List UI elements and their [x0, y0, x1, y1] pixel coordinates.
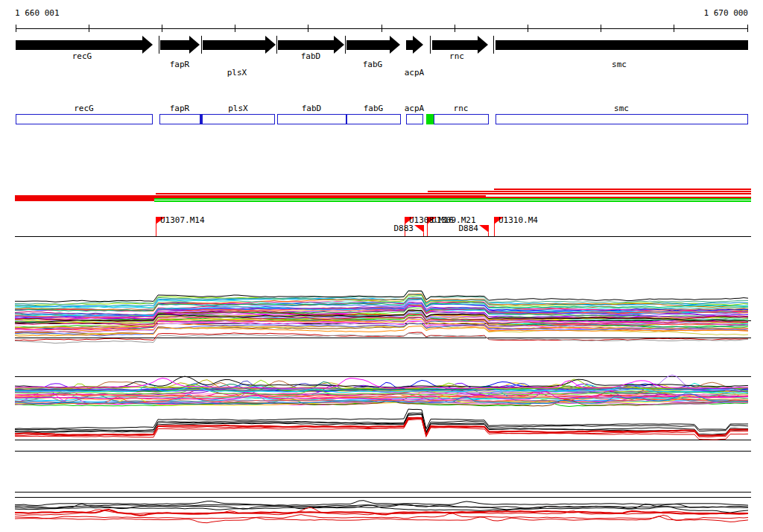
up-flag-label-U1307.M14[interactable]: U1307.M14	[160, 216, 205, 225]
gene-arrow-label-smc[interactable]: smc	[612, 60, 627, 69]
gene-arrow-label-plsX[interactable]: plsX	[227, 69, 247, 77]
gene-arrow-label-fapR[interactable]: fapR	[170, 60, 190, 69]
panel-boundary-lines	[15, 237, 751, 498]
transcript-segment-track	[15, 189, 751, 201]
gene-box-rnc[interactable]	[434, 115, 489, 124]
gene-box-fabD[interactable]	[278, 115, 346, 124]
box-marker-0	[200, 114, 203, 124]
gene-box-plsX[interactable]	[203, 115, 275, 124]
down-flag-label-D884[interactable]: D884	[459, 224, 479, 233]
bottom-panel	[15, 501, 748, 523]
gene-arrow-label-rnc[interactable]: rnc	[449, 52, 464, 61]
gene-arrow-fapR[interactable]	[160, 36, 200, 54]
gene-box-label-rnc[interactable]: rnc	[454, 104, 469, 113]
ruler	[16, 25, 748, 32]
gene-arrow-label-recG[interactable]: recG	[72, 52, 92, 61]
gene-box-acpA[interactable]	[407, 115, 423, 124]
gene-box-label-plsX[interactable]: plsX	[228, 104, 248, 113]
up-flag-label-U1310.M4[interactable]: U1310.M4	[498, 216, 538, 225]
gene-box-label-smc[interactable]: smc	[614, 104, 629, 113]
gene-arrow-label-fabG[interactable]: fabG	[363, 60, 383, 69]
gene-arrow-fabG[interactable]	[346, 36, 400, 54]
gene-arrow-smc[interactable]	[496, 40, 748, 50]
gene-box-track[interactable]	[16, 114, 748, 124]
expression-panel-dense	[15, 291, 748, 343]
gene-box-fapR[interactable]	[160, 115, 200, 124]
gene-box-label-fabG[interactable]: fabG	[364, 104, 384, 113]
gene-box-label-recG[interactable]: recG	[74, 104, 94, 113]
expression-panel-thin	[15, 375, 748, 406]
gene-box-smc[interactable]	[496, 115, 748, 124]
gene-arrow-track[interactable]	[16, 36, 748, 54]
tracks-canvas	[0, 0, 763, 532]
box-marker-1	[426, 114, 434, 124]
step-panel	[15, 409, 748, 440]
gene-arrow-label-fabD[interactable]: fabD	[301, 52, 321, 61]
down-flag-D884[interactable]	[479, 225, 489, 236]
gene-arrow-acpA[interactable]	[406, 36, 423, 54]
gene-box-label-acpA[interactable]: acpA	[405, 104, 425, 113]
gene-arrow-label-acpA[interactable]: acpA	[405, 69, 425, 77]
down-flag-D883[interactable]	[414, 225, 424, 236]
genome-browser-view: 1 660 001 1 670 000 recGfapRplsXfabDfabG…	[0, 0, 763, 532]
gene-box-recG[interactable]	[16, 115, 153, 124]
gene-box-label-fapR[interactable]: fapR	[170, 104, 190, 113]
down-flag-label-D883[interactable]: D883	[394, 224, 414, 233]
gene-box-label-fabD[interactable]: fabD	[302, 104, 322, 113]
gene-arrow-plsX[interactable]	[203, 36, 276, 54]
gene-box-fabG[interactable]	[347, 115, 401, 124]
